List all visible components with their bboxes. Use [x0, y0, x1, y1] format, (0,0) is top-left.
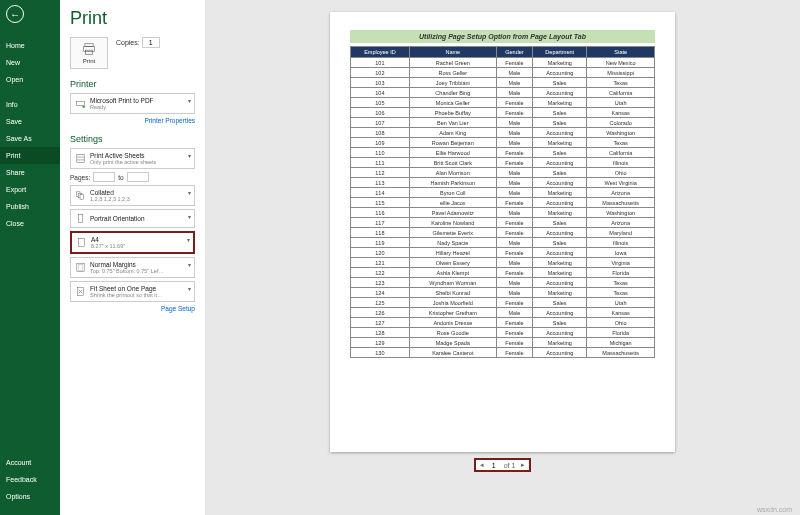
scaling-select[interactable]: Fit Sheet on One PageShrink the printout…	[70, 281, 195, 302]
table-row: 126Kristopher GrethamMaleAccountingKansa…	[351, 308, 655, 318]
sidebar-item-options[interactable]: Options	[0, 488, 60, 505]
orientation-select[interactable]: Portrait Orientation ▾	[70, 209, 195, 228]
col-header: Department	[533, 47, 587, 58]
page-prev-icon[interactable]: ◂	[477, 461, 487, 469]
print-panel: Print Print Copies: Printer Microsoft Pr…	[60, 0, 205, 515]
table-row: 104Chandler BingMaleAccountingCalifornia	[351, 88, 655, 98]
print-what-select[interactable]: Print Active SheetsOnly print the active…	[70, 148, 195, 169]
table-row: 106Phoebe BuffayFemaleSalesKansas	[351, 108, 655, 118]
table-row: 114Byron CollMaleMarketingArizona	[351, 188, 655, 198]
watermark: wsxdn.com	[757, 506, 792, 513]
table-row: 111Britt Scott ClarkFemaleAccountingIlli…	[351, 158, 655, 168]
fit-page-icon	[75, 286, 86, 297]
table-title: Utilizing Page Setup Option from Page La…	[350, 30, 655, 43]
sidebar-item-publish[interactable]: Publish	[0, 198, 60, 215]
table-row: 117Karoline NowlandFemaleSalesArizona	[351, 218, 655, 228]
svg-rect-12	[79, 238, 85, 246]
table-row: 118Gilemette EverixFemaleAccountingMaryl…	[351, 228, 655, 238]
table-row: 122Ashla KlemptFemaleMarketingFlorida	[351, 268, 655, 278]
pages-to-input[interactable]	[127, 172, 149, 182]
collated-icon	[75, 190, 86, 201]
main-area: Print Print Copies: Printer Microsoft Pr…	[60, 0, 800, 515]
back-button[interactable]: ←	[6, 5, 24, 23]
table-row: 112Alan MorrisonMaleSalesOhio	[351, 168, 655, 178]
col-header: Gender	[496, 47, 532, 58]
chevron-down-icon: ▾	[188, 97, 191, 104]
table-row: 129Madge SpadaFemaleMarketingMichigan	[351, 338, 655, 348]
chevron-down-icon: ▾	[187, 236, 190, 243]
col-header: State	[587, 47, 655, 58]
chevron-down-icon: ▾	[188, 189, 191, 196]
sidebar-item-save-as[interactable]: Save As	[0, 130, 60, 147]
table-row: 113Hamish ParkinsonMaleAccountingWest Vi…	[351, 178, 655, 188]
table-row: 121Olwen EsseryMaleMarketingVirginia	[351, 258, 655, 268]
margins-select[interactable]: Normal MarginsTop: 0.75" Bottom: 0.75" L…	[70, 257, 195, 278]
printer-heading: Printer	[70, 79, 195, 89]
printer-status-icon	[75, 98, 86, 109]
col-header: Name	[409, 47, 496, 58]
print-preview: Utilizing Page Setup Option from Page La…	[205, 0, 800, 515]
table-row: 101Rachel GreenFemaleMarketingNew Mexico	[351, 58, 655, 68]
printer-icon	[81, 42, 97, 56]
svg-rect-10	[80, 195, 84, 200]
table-row: 128Rose GoodieFemaleAccountingFlorida	[351, 328, 655, 338]
table-row: 130Karalee CasterotFemaleAccountingMassa…	[351, 348, 655, 358]
table-row: 110Ellie HarwoodFemaleSalesCalifornia	[351, 148, 655, 158]
table-row: 123Wyndham WormanMaleAccountingTexas	[351, 278, 655, 288]
sidebar-item-open[interactable]: Open	[0, 71, 60, 88]
table-row: 107Ben Van LierMaleSalesColorado	[351, 118, 655, 128]
pages-range: Pages: to	[70, 172, 195, 182]
chevron-down-icon: ▾	[188, 152, 191, 159]
sidebar-item-export[interactable]: Export	[0, 181, 60, 198]
page-current-input[interactable]	[487, 462, 501, 469]
margins-icon	[75, 262, 86, 273]
sheets-icon	[75, 153, 86, 164]
collation-select[interactable]: Collated1,2,3 1,2,3 1,2,3 ▾	[70, 185, 195, 206]
sidebar-item-account[interactable]: Account	[0, 454, 60, 471]
page-setup-link[interactable]: Page Setup	[70, 305, 195, 312]
table-row: 115ellie JacoxFemaleAccountingMassachuse…	[351, 198, 655, 208]
svg-rect-11	[78, 214, 83, 222]
pages-from-input[interactable]	[93, 172, 115, 182]
table-row: 103Joey TribbianiMaleSalesTexas	[351, 78, 655, 88]
table-row: 102Ross GellerMaleAccountingMississippi	[351, 68, 655, 78]
svg-rect-14	[78, 265, 83, 271]
paper-size-select[interactable]: A48.27" x 11.69" ▾	[70, 231, 195, 254]
sidebar-item-new[interactable]: New	[0, 54, 60, 71]
page-title: Print	[70, 8, 195, 29]
chevron-down-icon: ▾	[188, 285, 191, 292]
table-row: 127Andonis DresseFemaleSalesOhio	[351, 318, 655, 328]
col-header: Employee ID	[351, 47, 410, 58]
printer-select[interactable]: Microsoft Print to PDFReady ▾	[70, 93, 195, 114]
page-next-icon[interactable]: ▸	[518, 461, 528, 469]
chevron-down-icon: ▾	[188, 213, 191, 220]
page-navigator[interactable]: ◂ of 1 ▸	[474, 458, 532, 472]
sidebar-item-home[interactable]: Home	[0, 37, 60, 54]
sidebar-item-share[interactable]: Share	[0, 164, 60, 181]
table-row: 124Shelbi KonradMaleMarketingTexas	[351, 288, 655, 298]
sidebar-item-feedback[interactable]: Feedback	[0, 471, 60, 488]
printer-properties-link[interactable]: Printer Properties	[70, 117, 195, 124]
svg-rect-0	[85, 44, 93, 47]
table-row: 109Rowan BetjemanMaleMarketingTexas	[351, 138, 655, 148]
paper-icon	[76, 237, 87, 248]
table-row: 125Joshia MoorfieldFemaleSalesUtah	[351, 298, 655, 308]
copies-group: Copies:	[116, 37, 160, 48]
svg-rect-5	[77, 154, 84, 162]
table-row: 120Hillary HeazelFemaleAccountingIowa	[351, 248, 655, 258]
svg-point-4	[82, 105, 85, 108]
preview-table: Employee IDNameGenderDepartmentState 101…	[350, 46, 655, 358]
backstage-sidebar: ← HomeNewOpen InfoSaveSave AsPrintShareE…	[0, 0, 60, 515]
preview-page: Utilizing Page Setup Option from Page La…	[330, 12, 675, 452]
sidebar-item-close[interactable]: Close	[0, 215, 60, 232]
print-button[interactable]: Print	[70, 37, 108, 69]
sidebar-item-save[interactable]: Save	[0, 113, 60, 130]
table-row: 108Adam KingMaleAccountingWashington	[351, 128, 655, 138]
sidebar-item-print[interactable]: Print	[0, 147, 60, 164]
portrait-icon	[75, 213, 86, 224]
table-row: 119Nady SpacieMaleSalesIllinois	[351, 238, 655, 248]
sidebar-item-info[interactable]: Info	[0, 96, 60, 113]
svg-rect-3	[76, 102, 84, 106]
svg-rect-2	[86, 50, 93, 54]
copies-input[interactable]	[142, 37, 160, 48]
